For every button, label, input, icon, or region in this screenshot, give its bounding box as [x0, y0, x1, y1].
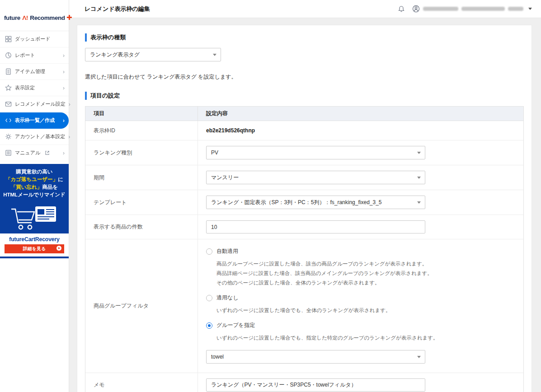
sidebar-item-label: レポート	[15, 52, 35, 59]
radio-unchecked-icon	[206, 295, 212, 301]
sidebar-menu: ダッシュボード レポート › アイテム管理 › 表示設定 ›	[0, 31, 69, 161]
sidebar-item-report[interactable]: レポート ›	[0, 47, 69, 64]
select-caret-icon	[417, 356, 421, 358]
banner-footer-bar	[0, 257, 69, 258]
chevron-right-icon: ›	[69, 102, 71, 107]
ranking-type-selected-value: PV	[211, 149, 218, 156]
logo-word-recommend: Recommend	[30, 14, 65, 21]
period-selected-value: マンスリー	[211, 174, 239, 182]
user-account-menu[interactable]	[412, 5, 532, 13]
code-icon	[5, 117, 12, 124]
radio-description: 商品グループページに設置した場合、該当の商品グループのランキングが表示されます。	[216, 259, 427, 269]
logo-word-future: future	[4, 14, 20, 21]
mail-icon	[5, 101, 12, 108]
sidebar-item-manual[interactable]: マニュアル ›	[0, 145, 69, 161]
page-content: 表示枠の種類 ランキング表示タグ 選択した項目に合わせて ランキング表示タグ を…	[69, 18, 541, 392]
banner-bottom: futureCartRecovery 詳細を見る ➤	[0, 233, 69, 257]
sidebar-item-label: 表示枠一覧／作成	[15, 117, 55, 124]
sidebar-item-label: アイテム管理	[15, 68, 45, 75]
radio-unchecked-icon	[206, 248, 212, 255]
sidebar-item-dashboard[interactable]: ダッシュボード	[0, 31, 69, 47]
sidebar-item-item-management[interactable]: アイテム管理 ›	[0, 64, 69, 80]
arrow-circle-icon: ➤	[56, 246, 61, 251]
settings-table: 項目 設定内容 表示枠ID eb2e219d526qthnp ランキング種別 P…	[85, 106, 524, 392]
user-email-redacted	[423, 7, 458, 11]
banner-cta-button[interactable]: 詳細を見る ➤	[5, 244, 64, 253]
banner-line-4: HTMLメールでリマインド	[0, 191, 69, 199]
row-label: メモ	[85, 373, 198, 392]
select-caret-icon	[417, 177, 421, 179]
radio-label: 適用なし	[216, 294, 239, 302]
notification-bell-icon[interactable]	[398, 5, 405, 13]
report-icon	[5, 52, 12, 59]
table-header-row: 項目 設定内容	[85, 107, 523, 121]
banner-line-3: 「買い忘れ」商品を	[0, 183, 69, 191]
table-row-template: テンプレート ランキング・固定表示（SP：3列・PC：5列）：fs_rankin…	[85, 190, 523, 215]
chevron-right-icon: ›	[63, 118, 65, 123]
radio-specify-group[interactable]: グループを指定	[206, 322, 255, 329]
banner-line-2: 「カゴ落ちユーザー」に	[0, 176, 69, 183]
frame-type-select[interactable]: ランキング表示タグ	[85, 48, 221, 61]
radio-auto-apply[interactable]: 自動適用	[206, 247, 238, 255]
chevron-right-icon: ›	[63, 150, 65, 156]
radio-description: いずれのページに設置した場合でも、全体のランキングが表示されます。	[216, 306, 390, 315]
gear-icon	[5, 133, 12, 140]
banner-line-1: 購買意欲の高い	[0, 168, 69, 176]
user-icon	[412, 5, 420, 13]
template-selected-value: ランキング・固定表示（SP：3列・PC：5列）：fs_ranking_fixed…	[211, 199, 382, 206]
row-label: 期間	[85, 165, 198, 190]
banner-brand: futureCartRecovery	[0, 236, 69, 243]
radio-label: 自動適用	[216, 247, 238, 255]
sidebar-item-display-settings[interactable]: 表示設定 ›	[0, 80, 69, 96]
radio-description: いずれのページに設置した場合でも、指定した特定のグループのランキングが表示されま…	[216, 333, 438, 343]
memo-input[interactable]	[206, 378, 425, 392]
select-caret-icon	[417, 201, 421, 204]
helper-text: 選択した項目に合わせて ランキング表示タグ を設定します。	[85, 73, 524, 81]
topbar-right	[398, 5, 532, 13]
radio-description: その他のページに設置した場合、全体のランキングが表示されます。	[216, 278, 380, 288]
manual-icon	[5, 149, 12, 157]
template-select[interactable]: ランキング・固定表示（SP：3列・PC：5列）：fs_ranking_fixed…	[206, 196, 425, 209]
ranking-type-select[interactable]: PV	[206, 146, 425, 159]
radio-label: グループを指定	[216, 322, 255, 329]
sidebar-item-label: アカウント／基本設定	[15, 133, 65, 140]
period-select[interactable]: マンスリー	[206, 171, 425, 184]
logo-plus-icon: ✚	[66, 14, 72, 21]
cart-mail-illustration	[0, 201, 69, 233]
chevron-right-icon: ›	[68, 134, 70, 140]
row-label: 表示する商品の件数	[85, 215, 198, 239]
top-header: レコメンド表示枠の編集	[69, 0, 541, 18]
frame-type-selected-value: ランキング表示タグ	[90, 51, 140, 59]
sidebar-item-label: ダッシュボード	[15, 36, 51, 42]
sidebar-item-account-settings[interactable]: アカウント／基本設定 ›	[0, 129, 69, 145]
star-icon	[5, 84, 12, 92]
external-link-icon	[45, 150, 50, 155]
sidebar-item-label: レコメンドメール設定	[15, 101, 66, 107]
row-label: テンプレート	[85, 190, 198, 215]
chevron-right-icon: ›	[63, 69, 65, 75]
select-caret-icon	[213, 54, 216, 56]
section-title-frame-type: 表示枠の種類	[85, 33, 524, 42]
sidebar-item-recommend-mail[interactable]: レコメンドメール設定 ›	[0, 96, 69, 112]
app-logo: future Λ! Recommend ✚	[0, 0, 69, 31]
frame-id-value: eb2e219d526qthnp	[198, 121, 523, 140]
group-selected-value: towel	[211, 354, 224, 360]
row-label: ランキング種別	[85, 140, 198, 165]
radio-no-apply[interactable]: 適用なし	[206, 294, 239, 302]
table-row-ranking-type: ランキング種別 PV	[85, 140, 523, 165]
logo-word-ai: Λ!	[22, 14, 28, 21]
table-row-period: 期間 マンスリー	[85, 165, 523, 190]
sidebar-item-frame-list-create[interactable]: 表示枠一覧／作成 ›	[0, 112, 69, 129]
sidebar-item-label: 表示設定	[15, 84, 35, 91]
radio-description: 商品詳細ページに設置した場合、該当商品のメイングループのランキングが表示されます…	[216, 269, 433, 278]
table-row-memo: メモ	[85, 373, 523, 392]
item-count-input[interactable]	[206, 220, 425, 233]
row-label: 商品グループフィルタ	[85, 239, 198, 373]
edit-form-card: 表示枠の種類 ランキング表示タグ 選択した項目に合わせて ランキング表示タグ を…	[77, 25, 532, 392]
chevron-right-icon: ›	[63, 85, 65, 91]
promo-banner[interactable]: 購買意欲の高い 「カゴ落ちユーザー」に 「買い忘れ」商品を HTMLメールでリマ…	[0, 164, 69, 258]
chevron-down-icon	[528, 8, 532, 10]
select-caret-icon	[417, 152, 421, 154]
group-select[interactable]: towel	[206, 350, 425, 364]
table-row-frame-id: 表示枠ID eb2e219d526qthnp	[85, 121, 523, 140]
